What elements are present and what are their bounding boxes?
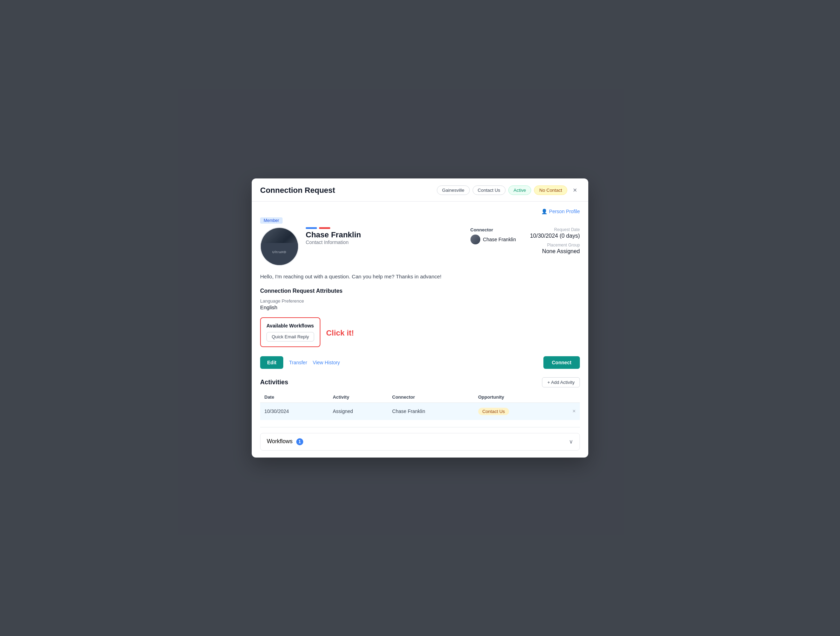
no-contact-badge: No Contact (534, 185, 567, 195)
activities-table: Date Activity Connector Opportunity 10/3… (260, 391, 580, 420)
attributes-section: Connection Request Attributes Language P… (260, 288, 580, 310)
placement-group-value: None Assigned (530, 248, 580, 254)
chevron-down-icon: ∨ (569, 438, 573, 445)
meta-section: Request Date 10/30/2024 (0 days) Placeme… (530, 227, 580, 258)
workflows-row: Available Workflows Quick Email Reply Cl… (260, 317, 580, 349)
view-history-link[interactable]: View History (313, 360, 340, 365)
col-date: Date (260, 391, 328, 403)
workflows-box-title: Available Workflows (267, 323, 314, 328)
activities-title: Activities (260, 379, 288, 386)
contact-info-label: Contact Information (306, 240, 463, 245)
modal-body: 👤 Person Profile Member (252, 202, 588, 458)
member-badge: Member (260, 217, 283, 224)
avatar-image (261, 228, 298, 265)
avatar (260, 227, 299, 266)
blue-bar (306, 227, 317, 229)
connect-button[interactable]: Connect (543, 356, 580, 369)
workflows-box: Available Workflows Quick Email Reply (260, 317, 321, 347)
header-badges: Gainesville Contact Us Active No Contact… (437, 185, 580, 196)
placement-group-label: Placement Group (530, 243, 580, 248)
name-bar (306, 227, 463, 229)
row-opportunity: Contact Us (474, 402, 556, 420)
row-close: × (556, 402, 580, 420)
add-activity-button[interactable]: + Add Activity (542, 377, 580, 387)
table-row: 10/30/2024 Assigned Chase Franklin Conta… (260, 402, 580, 420)
activities-thead: Date Activity Connector Opportunity (260, 391, 580, 403)
contact-us-badge: Contact Us (472, 185, 505, 195)
modal-header: Connection Request Gainesville Contact U… (252, 178, 588, 202)
col-connector: Connector (388, 391, 474, 403)
col-actions (556, 391, 580, 403)
activities-header-row: Date Activity Connector Opportunity (260, 391, 580, 403)
actions-left: Edit Transfer View History (260, 356, 340, 369)
col-opportunity: Opportunity (474, 391, 556, 403)
opportunity-badge: Contact Us (478, 408, 509, 415)
connector-name: Chase Franklin (483, 237, 516, 242)
right-meta: Connector Chase Franklin Request Date 10… (471, 227, 580, 258)
connection-request-modal: Connection Request Gainesville Contact U… (252, 178, 588, 458)
connector-label: Connector (471, 227, 516, 232)
activities-tbody: 10/30/2024 Assigned Chase Franklin Conta… (260, 402, 580, 420)
message-text: Hello, I'm reaching out with a question.… (260, 273, 580, 281)
activities-header: Activities + Add Activity (260, 377, 580, 387)
modal-overlay: Connection Request Gainesville Contact U… (0, 0, 840, 636)
edit-button[interactable]: Edit (260, 356, 283, 369)
active-badge: Active (508, 185, 531, 195)
quick-email-reply-button[interactable]: Quick Email Reply (267, 332, 314, 341)
attributes-title: Connection Request Attributes (260, 288, 580, 294)
person-profile-link[interactable]: 👤 Person Profile (541, 208, 580, 214)
person-icon: 👤 (541, 208, 547, 214)
top-right-section: 👤 Person Profile (260, 208, 580, 214)
click-it-label: Click it! (326, 328, 354, 338)
workflows-accordion-header[interactable]: Workflows 1 ∨ (267, 438, 573, 445)
profile-section: Chase Franklin Contact Information Conne… (260, 227, 580, 266)
person-name: Chase Franklin (306, 230, 463, 240)
connector-section: Connector Chase Franklin (471, 227, 516, 245)
divider (260, 427, 580, 428)
close-button[interactable]: × (570, 185, 580, 196)
profile-and-meta: Chase Franklin Contact Information Conne… (306, 227, 580, 258)
language-value: English (260, 304, 580, 310)
workflows-count-badge: 1 (296, 438, 303, 445)
workflows-accordion: Workflows 1 ∨ (260, 433, 580, 451)
actions-row: Edit Transfer View History Connect (260, 356, 580, 369)
modal-title: Connection Request (260, 186, 335, 195)
red-bar (319, 227, 330, 229)
connector-info: Chase Franklin (471, 235, 516, 245)
row-activity: Assigned (328, 402, 388, 420)
row-date: 10/30/2024 (260, 402, 328, 420)
request-date-value: 10/30/2024 (0 days) (530, 233, 580, 239)
avatar-container (260, 227, 299, 266)
connector-avatar (471, 235, 480, 245)
row-close-icon[interactable]: × (573, 408, 576, 414)
activities-section: Activities + Add Activity Date Activity … (260, 377, 580, 420)
location-badge: Gainesville (437, 185, 470, 195)
color-bars (306, 227, 330, 229)
profile-info: Chase Franklin Contact Information (306, 227, 463, 246)
workflows-accordion-title: Workflows 1 (267, 438, 303, 445)
row-connector: Chase Franklin (388, 402, 474, 420)
col-activity: Activity (328, 391, 388, 403)
transfer-link[interactable]: Transfer (289, 360, 307, 365)
request-date-label: Request Date (530, 227, 580, 232)
language-label: Language Preference (260, 298, 580, 304)
